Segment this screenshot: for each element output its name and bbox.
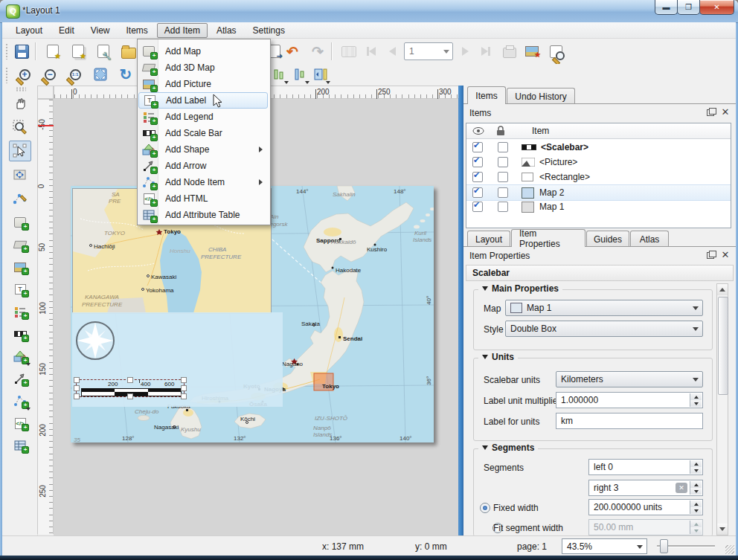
menu-atlas[interactable]: Atlas [209,23,244,38]
chevron-down-icon[interactable] [443,50,449,54]
menu-item-add-3d-map[interactable]: +Add 3D Map [138,59,268,76]
spin-down[interactable] [690,488,702,495]
undo-button[interactable]: ↶ [282,41,303,62]
visibility-checkbox[interactable] [472,157,483,167]
selection-handle[interactable] [74,385,80,391]
pan-tool-button[interactable] [9,93,31,114]
selection-handle[interactable] [74,377,80,383]
add-html-tool-button[interactable]: </>+ [9,413,31,434]
selection-handle[interactable] [181,377,187,383]
label-unit-multiplier-spinbox[interactable]: 1.000000 [556,392,703,408]
export-image-button[interactable]: ★ [522,41,542,62]
save-project-button[interactable] [11,41,32,62]
segments-left-spinbox[interactable]: left 0 [588,459,703,475]
dock-splitter[interactable] [458,86,463,535]
layout-manager-button[interactable]: 🔧 [93,41,114,62]
properties-scrollbar[interactable] [716,283,728,535]
atlas-page-combo[interactable]: 1 [404,42,453,60]
toolbar-grip[interactable] [5,43,8,59]
menu-item-add-node-item[interactable]: +Add Node Item [138,174,268,190]
label-for-units-input[interactable]: km [556,413,703,429]
item-row-rectangle[interactable]: <Rectangle> [466,170,731,184]
menu-item-add-attribute-table[interactable]: +Add Attribute Table [138,207,268,223]
close-panel-icon[interactable]: ✕ [721,108,730,117]
add-arrow-tool-button[interactable]: + [9,368,31,389]
menu-settings[interactable]: Settings [246,23,292,38]
float-panel-icon[interactable] [706,109,715,118]
chevron-down-icon[interactable] [326,81,330,84]
spin-up[interactable] [690,393,702,400]
group-segments-header[interactable]: Segments [478,442,538,453]
menu-item-add-arrow[interactable]: +Add Arrow [138,158,268,174]
spin-down[interactable] [690,507,702,514]
add-map-tool-button[interactable]: + [9,212,31,233]
style-combo[interactable]: Double Box [505,321,703,337]
scalebar-units-combo[interactable]: Kilometers [556,371,703,387]
tab-undo-history[interactable]: Undo History [507,88,575,104]
atlas-next-button[interactable] [455,41,475,62]
item-row-map2[interactable]: Map 2 [466,184,731,201]
lock-checkbox[interactable] [498,157,508,167]
map-combo[interactable]: Map 1 [505,300,703,316]
close-button[interactable]: ✕ [699,0,734,15]
tab-guides[interactable]: Guides [586,231,629,247]
menu-item-add-shape[interactable]: +Add Shape [138,141,268,158]
export-svg-button[interactable] [545,41,566,62]
add-attribute-table-tool-button[interactable]: + [9,435,31,456]
duplicate-layout-button[interactable]: ★ [68,41,89,62]
add-3d-map-tool-button[interactable]: + [9,234,31,255]
zoom-full-button[interactable] [90,64,111,85]
chevron-down-icon[interactable] [637,545,643,549]
raise-items-button[interactable] [269,64,289,85]
chevron-down-icon[interactable] [284,81,289,84]
add-legend-tool-button[interactable]: + [9,301,31,322]
zoom-slider-thumb[interactable] [660,539,668,553]
add-scalebar-tool-button[interactable]: + [9,324,31,344]
item-row-picture[interactable]: <Picture> [466,155,731,170]
scalebar-item[interactable]: 200 400 600 km [74,377,187,399]
spin-down[interactable] [690,400,702,407]
menu-layout[interactable]: Layout [8,23,50,38]
lock-checkbox[interactable] [498,202,508,212]
resize-items-button[interactable] [310,64,331,85]
lock-checkbox[interactable] [498,187,508,198]
open-layout-button[interactable] [118,41,139,62]
scroll-up-button[interactable] [717,284,728,295]
maximize-button[interactable]: ❐ [677,0,700,15]
selection-handle[interactable] [127,377,133,383]
tab-atlas[interactable]: Atlas [630,231,669,247]
menu-item-add-html[interactable]: </>+Add HTML [138,190,268,207]
menu-view[interactable]: View [83,23,118,38]
menu-item-add-scale-bar[interactable]: +Add Scale Bar [138,125,268,141]
lock-checkbox[interactable] [498,142,508,152]
fixed-width-radio[interactable] [480,503,490,513]
toolbar-grip[interactable] [5,67,8,83]
zoom-in-button[interactable]: + [14,64,35,85]
fixed-width-spinbox[interactable]: 200.000000 units [588,499,703,515]
atlas-first-button[interactable] [361,41,382,62]
float-panel-icon[interactable] [706,251,715,260]
close-panel-icon[interactable]: ✕ [721,251,730,260]
print-button[interactable] [499,41,520,62]
scrollbar-thumb[interactable] [718,297,728,395]
add-node-item-tool-button[interactable]: + [9,390,31,411]
menu-item-add-picture[interactable]: +Add Picture [138,76,268,92]
spin-down[interactable] [690,467,702,474]
menu-items[interactable]: Items [119,23,155,38]
add-shape-tool-button[interactable]: + [9,346,31,367]
spin-up[interactable] [690,501,702,507]
chevron-down-icon[interactable] [26,363,31,366]
atlas-prev-button[interactable] [382,41,402,62]
edit-nodes-item-button[interactable] [9,188,31,209]
item-row-map1[interactable]: Map 1 [466,199,731,214]
tab-layout[interactable]: Layout [467,231,510,247]
zoom-actual-button[interactable]: 1:1 [65,64,86,85]
selection-handle[interactable] [181,393,187,399]
selection-handle[interactable] [127,393,133,399]
group-units-header[interactable]: Units [478,352,518,362]
toolbar-grip[interactable] [16,87,26,91]
lock-checkbox[interactable] [498,172,508,182]
spin-up[interactable] [690,521,702,527]
tab-items[interactable]: Items [467,86,506,104]
redo-button[interactable]: ↷ [307,41,328,62]
